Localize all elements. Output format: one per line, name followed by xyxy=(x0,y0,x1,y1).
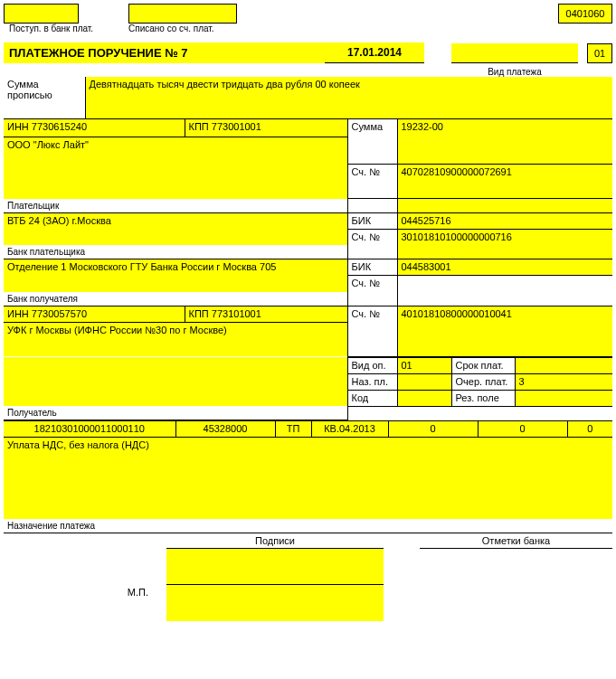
recv-acct: 40101810800000010041 xyxy=(397,306,612,322)
srok-label: Срок плат. xyxy=(451,357,515,373)
tax-z2: 0 xyxy=(478,421,567,438)
payer-acct: 40702810900000072691 xyxy=(397,165,612,199)
bank-marks-label: Отметки банка xyxy=(420,533,612,549)
recv-name: УФК г Москвы (ИФНС России №30 по г Москв… xyxy=(4,322,347,356)
rez-label: Рез. поле xyxy=(451,390,515,406)
tax-z1: 0 xyxy=(388,421,478,438)
recv-bank-acct-label: Сч. № xyxy=(347,276,397,292)
mp-label: М.П. xyxy=(4,585,166,621)
recv-bik-label: БИК xyxy=(347,259,397,276)
kod-label: Код xyxy=(347,390,397,406)
payer-bank-acct: 30101810100000000716 xyxy=(397,229,612,245)
recv-inn: ИНН 7730057570 xyxy=(4,306,185,322)
ocher-value: 3 xyxy=(515,373,612,390)
vidop-value: 01 xyxy=(397,357,451,373)
recv-acct-label: Сч. № xyxy=(347,306,397,322)
nazpl-label: Наз. пл. xyxy=(347,373,397,390)
received-label: Поступ. в банк плат. xyxy=(4,24,128,33)
written-off-box xyxy=(128,4,237,24)
recv-bank: Отделение 1 Московского ГТУ Банка России… xyxy=(4,259,347,292)
recv-bik: 044583001 xyxy=(397,259,612,276)
payment-type-label: Вид платежа xyxy=(451,67,578,77)
payer-bank-label: Банк плательщика xyxy=(4,245,347,259)
tax-kbk: 18210301000011000110 xyxy=(4,421,175,438)
recv-bank-label: Банк получателя xyxy=(4,292,347,306)
tax-tp: ТП xyxy=(275,421,311,438)
payer-bik: 044525716 xyxy=(397,212,612,229)
sum-label: Сумма xyxy=(347,119,397,137)
payer-kpp: КПП 773001001 xyxy=(185,119,347,137)
payer-label: Плательщик xyxy=(4,199,347,213)
sum-words-label: Сумма прописью xyxy=(4,77,85,118)
purpose-text: Уплата НДС, без налога (НДС) xyxy=(4,438,612,519)
payer-bank: ВТБ 24 (ЗАО) г.Москва xyxy=(4,212,347,245)
received-box xyxy=(4,4,79,24)
sum-words: Девятнадцать тысяч двести тридцать два р… xyxy=(85,77,612,118)
payer-bank-acct-label: Сч. № xyxy=(347,229,397,245)
payment-type-box xyxy=(451,43,578,63)
recv-kpp: КПП 773101001 xyxy=(185,306,347,322)
ocher-label: Очер. плат. xyxy=(451,373,515,390)
tax-z3: 0 xyxy=(567,421,612,438)
purpose-label: Назначение платежа xyxy=(4,519,612,533)
tax-okato: 45328000 xyxy=(175,421,275,438)
payer-inn: ИНН 7730615240 xyxy=(4,119,185,137)
payer-acct-label: Сч. № xyxy=(347,165,397,199)
form-code: 0401060 xyxy=(558,4,612,24)
payer-name: ООО "Люкс Лайт" xyxy=(4,137,347,199)
code-01: 01 xyxy=(587,43,612,63)
doc-title: ПЛАТЕЖНОЕ ПОРУЧЕНИЕ № 7 xyxy=(4,42,325,63)
signatures-label: Подписи xyxy=(166,533,384,549)
vidop-label: Вид оп. xyxy=(347,357,397,373)
written-off-label: Списано со сч. плат. xyxy=(128,24,237,33)
payer-bik-label: БИК xyxy=(347,212,397,229)
sum-value: 19232-00 xyxy=(397,119,612,137)
tax-period: КВ.04.2013 xyxy=(311,421,388,438)
recv-label: Получатель xyxy=(4,406,347,420)
doc-date: 17.01.2014 xyxy=(325,42,424,63)
